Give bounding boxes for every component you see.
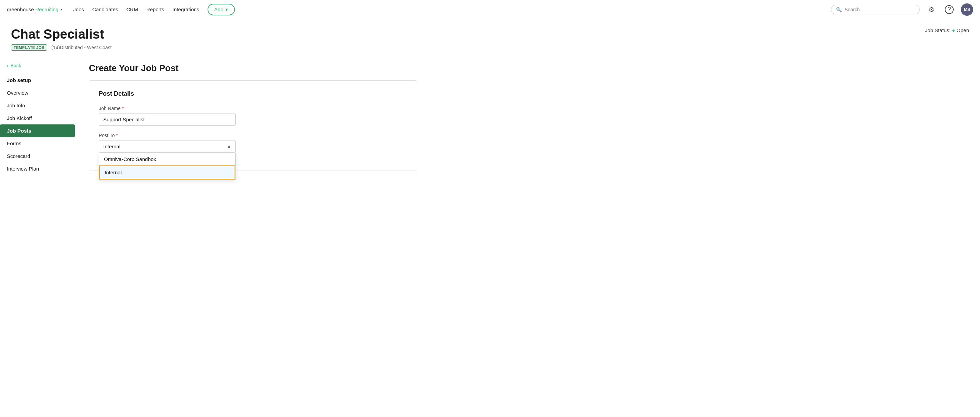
job-name-group: Job Name *: [99, 106, 407, 126]
dropdown-option-internal[interactable]: Internal: [99, 165, 235, 179]
help-button[interactable]: ?: [943, 3, 955, 16]
post-to-label: Post To *: [99, 133, 407, 138]
status-dot: ●: [952, 27, 955, 33]
nav-links: Jobs Candidates CRM Reports Integrations: [73, 6, 199, 12]
dropdown-menu: Omniva-Corp Sandbox Internal: [99, 153, 235, 180]
required-indicator: *: [116, 133, 118, 138]
search-icon: 🔍: [836, 7, 842, 12]
nav-reports[interactable]: Reports: [146, 6, 164, 12]
dropdown-option-omniva[interactable]: Omniva-Corp Sandbox: [99, 153, 235, 165]
main-layout: ‹ Back Job setup Overview Job Info Job K…: [0, 55, 980, 417]
post-to-dropdown[interactable]: Internal ▲ Omniva-Corp Sandbox Internal: [99, 140, 235, 153]
help-icon: ?: [945, 5, 954, 14]
gear-icon: ⚙: [928, 5, 934, 14]
sidebar-item-scorecard[interactable]: Scorecard: [0, 150, 75, 162]
arrow-left-icon: ‹: [7, 63, 8, 68]
sidebar-item-job-info[interactable]: Job Info: [0, 99, 75, 112]
page-header: Chat Specialist TEMPLATE JOB (14)Distrib…: [0, 19, 980, 55]
nav-candidates[interactable]: Candidates: [92, 6, 118, 12]
sidebar-item-overview[interactable]: Overview: [0, 86, 75, 99]
sidebar-nav: Job setup Overview Job Info Job Kickoff …: [0, 74, 75, 175]
settings-button[interactable]: ⚙: [925, 3, 938, 16]
template-badge: TEMPLATE JOB: [11, 44, 47, 51]
nav-right: 🔍 ⚙ ? MS: [831, 3, 973, 16]
nav-crm[interactable]: CRM: [127, 6, 138, 12]
chevron-down-icon: ▾: [60, 8, 62, 11]
add-button[interactable]: Add ▾: [208, 4, 235, 15]
top-navigation: greenhouse Recruiting ▾ Jobs Candidates …: [0, 0, 980, 19]
content-title: Create Your Job Post: [89, 63, 966, 73]
dropdown-select[interactable]: Internal ▲: [99, 140, 235, 153]
search-box[interactable]: 🔍: [831, 5, 920, 14]
sidebar-item-job-posts[interactable]: Job Posts: [0, 124, 75, 137]
sidebar-item-interview-plan[interactable]: Interview Plan: [0, 162, 75, 175]
selected-option-label: Internal: [103, 144, 120, 149]
chevron-down-icon: ▾: [225, 6, 228, 13]
required-indicator: *: [122, 106, 124, 111]
sidebar-item-job-kickoff[interactable]: Job Kickoff: [0, 112, 75, 124]
back-link[interactable]: ‹ Back: [0, 60, 75, 71]
nav-integrations[interactable]: Integrations: [172, 6, 199, 12]
chevron-up-icon: ▲: [227, 144, 231, 149]
user-avatar[interactable]: MS: [961, 3, 973, 16]
job-location: (14)Distributed - West Coast: [51, 45, 111, 50]
sidebar-item-forms[interactable]: Forms: [0, 137, 75, 150]
main-content: Create Your Job Post Post Details Job Na…: [75, 55, 980, 417]
post-to-group: Post To * Internal ▲ Omniva-Corp Sandbox…: [99, 133, 407, 153]
search-input[interactable]: [845, 7, 915, 12]
post-details-card: Post Details Job Name * Post To * Intern…: [89, 80, 417, 171]
job-status: Job Status: ● Open: [925, 27, 969, 33]
nav-jobs[interactable]: Jobs: [73, 6, 84, 12]
job-name-label: Job Name *: [99, 106, 407, 111]
page-title: Chat Specialist: [11, 27, 112, 42]
logo-text: greenhouse Recruiting: [7, 6, 59, 12]
sidebar-item-job-setup[interactable]: Job setup: [0, 74, 75, 86]
logo-area[interactable]: greenhouse Recruiting ▾: [7, 6, 62, 12]
job-name-input[interactable]: [99, 113, 235, 126]
page-meta: TEMPLATE JOB (14)Distributed - West Coas…: [11, 44, 112, 51]
card-title: Post Details: [99, 90, 407, 97]
sidebar: ‹ Back Job setup Overview Job Info Job K…: [0, 55, 75, 417]
